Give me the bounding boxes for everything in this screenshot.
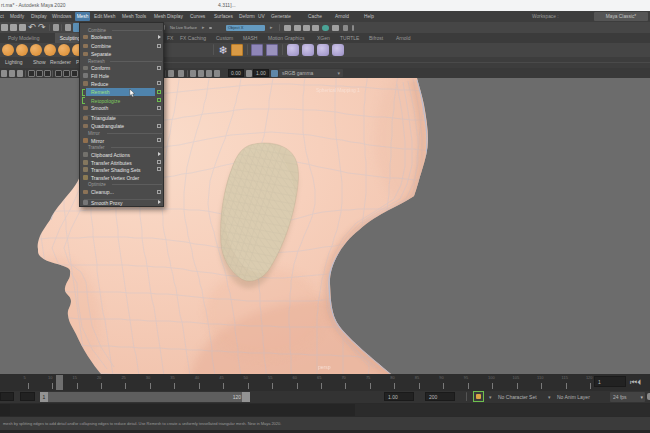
- svg-text:persp: persp: [318, 364, 331, 370]
- svg-text:Spherical Mapping 1: Spherical Mapping 1: [316, 88, 360, 93]
